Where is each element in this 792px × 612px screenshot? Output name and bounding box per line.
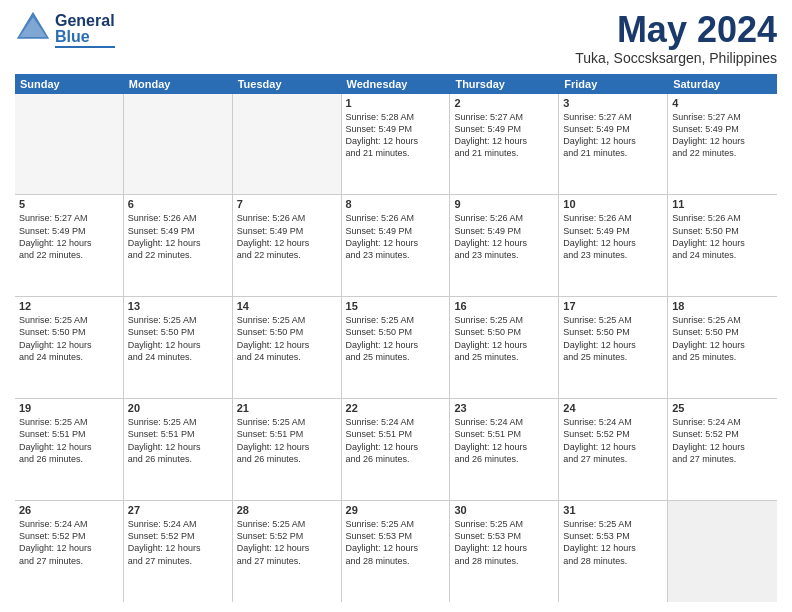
day-info: Sunrise: 5:25 AM Sunset: 5:51 PM Dayligh… xyxy=(237,416,337,465)
calendar-cell: 29Sunrise: 5:25 AM Sunset: 5:53 PM Dayli… xyxy=(342,501,451,602)
day-number: 9 xyxy=(454,198,554,210)
day-number: 20 xyxy=(128,402,228,414)
day-number: 19 xyxy=(19,402,119,414)
svg-marker-1 xyxy=(20,17,47,37)
day-info: Sunrise: 5:25 AM Sunset: 5:51 PM Dayligh… xyxy=(19,416,119,465)
day-info: Sunrise: 5:25 AM Sunset: 5:50 PM Dayligh… xyxy=(128,314,228,363)
calendar-cell: 9Sunrise: 5:26 AM Sunset: 5:49 PM Daylig… xyxy=(450,195,559,296)
day-info: Sunrise: 5:27 AM Sunset: 5:49 PM Dayligh… xyxy=(19,212,119,261)
day-info: Sunrise: 5:24 AM Sunset: 5:52 PM Dayligh… xyxy=(672,416,773,465)
day-info: Sunrise: 5:25 AM Sunset: 5:51 PM Dayligh… xyxy=(128,416,228,465)
logo-icon xyxy=(15,10,51,50)
day-info: Sunrise: 5:26 AM Sunset: 5:49 PM Dayligh… xyxy=(563,212,663,261)
day-number: 17 xyxy=(563,300,663,312)
calendar-cell: 14Sunrise: 5:25 AM Sunset: 5:50 PM Dayli… xyxy=(233,297,342,398)
day-of-week-header: Wednesday xyxy=(342,74,451,94)
day-number: 21 xyxy=(237,402,337,414)
calendar-cell: 24Sunrise: 5:24 AM Sunset: 5:52 PM Dayli… xyxy=(559,399,668,500)
day-of-week-header: Thursday xyxy=(450,74,559,94)
calendar-cell: 12Sunrise: 5:25 AM Sunset: 5:50 PM Dayli… xyxy=(15,297,124,398)
calendar-cell: 18Sunrise: 5:25 AM Sunset: 5:50 PM Dayli… xyxy=(668,297,777,398)
day-number: 5 xyxy=(19,198,119,210)
calendar-cell: 2Sunrise: 5:27 AM Sunset: 5:49 PM Daylig… xyxy=(450,94,559,195)
day-info: Sunrise: 5:26 AM Sunset: 5:49 PM Dayligh… xyxy=(128,212,228,261)
calendar-cell xyxy=(668,501,777,602)
day-number: 4 xyxy=(672,97,773,109)
logo-underline xyxy=(55,46,115,48)
calendar-cell: 1Sunrise: 5:28 AM Sunset: 5:49 PM Daylig… xyxy=(342,94,451,195)
day-number: 12 xyxy=(19,300,119,312)
day-number: 24 xyxy=(563,402,663,414)
day-number: 31 xyxy=(563,504,663,516)
header: General Blue May 2024 Tuka, Soccsksargen… xyxy=(15,10,777,66)
calendar-cell: 13Sunrise: 5:25 AM Sunset: 5:50 PM Dayli… xyxy=(124,297,233,398)
page: General Blue May 2024 Tuka, Soccsksargen… xyxy=(0,0,792,612)
calendar-cell: 7Sunrise: 5:26 AM Sunset: 5:49 PM Daylig… xyxy=(233,195,342,296)
day-info: Sunrise: 5:24 AM Sunset: 5:52 PM Dayligh… xyxy=(563,416,663,465)
calendar-cell xyxy=(124,94,233,195)
logo-general-text: General xyxy=(55,13,115,29)
calendar-cell xyxy=(15,94,124,195)
calendar-cell: 8Sunrise: 5:26 AM Sunset: 5:49 PM Daylig… xyxy=(342,195,451,296)
calendar-cell: 25Sunrise: 5:24 AM Sunset: 5:52 PM Dayli… xyxy=(668,399,777,500)
day-info: Sunrise: 5:24 AM Sunset: 5:51 PM Dayligh… xyxy=(454,416,554,465)
day-number: 2 xyxy=(454,97,554,109)
calendar-cell: 22Sunrise: 5:24 AM Sunset: 5:51 PM Dayli… xyxy=(342,399,451,500)
calendar-cell: 23Sunrise: 5:24 AM Sunset: 5:51 PM Dayli… xyxy=(450,399,559,500)
day-info: Sunrise: 5:25 AM Sunset: 5:50 PM Dayligh… xyxy=(672,314,773,363)
calendar-row: 26Sunrise: 5:24 AM Sunset: 5:52 PM Dayli… xyxy=(15,501,777,602)
day-info: Sunrise: 5:26 AM Sunset: 5:49 PM Dayligh… xyxy=(237,212,337,261)
calendar-cell: 27Sunrise: 5:24 AM Sunset: 5:52 PM Dayli… xyxy=(124,501,233,602)
calendar-cell: 16Sunrise: 5:25 AM Sunset: 5:50 PM Dayli… xyxy=(450,297,559,398)
day-info: Sunrise: 5:27 AM Sunset: 5:49 PM Dayligh… xyxy=(563,111,663,160)
day-number: 8 xyxy=(346,198,446,210)
day-number: 25 xyxy=(672,402,773,414)
calendar-cell: 6Sunrise: 5:26 AM Sunset: 5:49 PM Daylig… xyxy=(124,195,233,296)
day-info: Sunrise: 5:25 AM Sunset: 5:50 PM Dayligh… xyxy=(237,314,337,363)
day-info: Sunrise: 5:24 AM Sunset: 5:52 PM Dayligh… xyxy=(19,518,119,567)
day-info: Sunrise: 5:26 AM Sunset: 5:49 PM Dayligh… xyxy=(454,212,554,261)
day-info: Sunrise: 5:25 AM Sunset: 5:50 PM Dayligh… xyxy=(19,314,119,363)
day-info: Sunrise: 5:25 AM Sunset: 5:50 PM Dayligh… xyxy=(346,314,446,363)
calendar-cell: 10Sunrise: 5:26 AM Sunset: 5:49 PM Dayli… xyxy=(559,195,668,296)
logo-blue-text: Blue xyxy=(55,29,115,45)
day-number: 23 xyxy=(454,402,554,414)
day-info: Sunrise: 5:25 AM Sunset: 5:53 PM Dayligh… xyxy=(346,518,446,567)
day-info: Sunrise: 5:25 AM Sunset: 5:52 PM Dayligh… xyxy=(237,518,337,567)
day-info: Sunrise: 5:27 AM Sunset: 5:49 PM Dayligh… xyxy=(454,111,554,160)
day-of-week-header: Monday xyxy=(124,74,233,94)
calendar: SundayMondayTuesdayWednesdayThursdayFrid… xyxy=(15,74,777,602)
calendar-cell: 3Sunrise: 5:27 AM Sunset: 5:49 PM Daylig… xyxy=(559,94,668,195)
day-number: 29 xyxy=(346,504,446,516)
day-number: 26 xyxy=(19,504,119,516)
calendar-cell: 19Sunrise: 5:25 AM Sunset: 5:51 PM Dayli… xyxy=(15,399,124,500)
day-number: 18 xyxy=(672,300,773,312)
main-title: May 2024 xyxy=(575,10,777,50)
logo-name: General Blue xyxy=(55,13,115,48)
day-number: 22 xyxy=(346,402,446,414)
calendar-cell: 20Sunrise: 5:25 AM Sunset: 5:51 PM Dayli… xyxy=(124,399,233,500)
day-number: 3 xyxy=(563,97,663,109)
day-info: Sunrise: 5:25 AM Sunset: 5:53 PM Dayligh… xyxy=(563,518,663,567)
calendar-cell: 5Sunrise: 5:27 AM Sunset: 5:49 PM Daylig… xyxy=(15,195,124,296)
calendar-cell: 21Sunrise: 5:25 AM Sunset: 5:51 PM Dayli… xyxy=(233,399,342,500)
calendar-cell: 15Sunrise: 5:25 AM Sunset: 5:50 PM Dayli… xyxy=(342,297,451,398)
calendar-body: 1Sunrise: 5:28 AM Sunset: 5:49 PM Daylig… xyxy=(15,94,777,602)
day-of-week-header: Friday xyxy=(559,74,668,94)
calendar-cell: 31Sunrise: 5:25 AM Sunset: 5:53 PM Dayli… xyxy=(559,501,668,602)
day-number: 16 xyxy=(454,300,554,312)
calendar-header: SundayMondayTuesdayWednesdayThursdayFrid… xyxy=(15,74,777,94)
title-section: May 2024 Tuka, Soccsksargen, Philippines xyxy=(575,10,777,66)
day-info: Sunrise: 5:25 AM Sunset: 5:50 PM Dayligh… xyxy=(454,314,554,363)
calendar-cell: 17Sunrise: 5:25 AM Sunset: 5:50 PM Dayli… xyxy=(559,297,668,398)
calendar-cell: 4Sunrise: 5:27 AM Sunset: 5:49 PM Daylig… xyxy=(668,94,777,195)
day-number: 28 xyxy=(237,504,337,516)
day-number: 10 xyxy=(563,198,663,210)
day-number: 30 xyxy=(454,504,554,516)
day-number: 15 xyxy=(346,300,446,312)
day-number: 7 xyxy=(237,198,337,210)
day-info: Sunrise: 5:27 AM Sunset: 5:49 PM Dayligh… xyxy=(672,111,773,160)
day-of-week-header: Sunday xyxy=(15,74,124,94)
day-info: Sunrise: 5:26 AM Sunset: 5:50 PM Dayligh… xyxy=(672,212,773,261)
day-number: 13 xyxy=(128,300,228,312)
